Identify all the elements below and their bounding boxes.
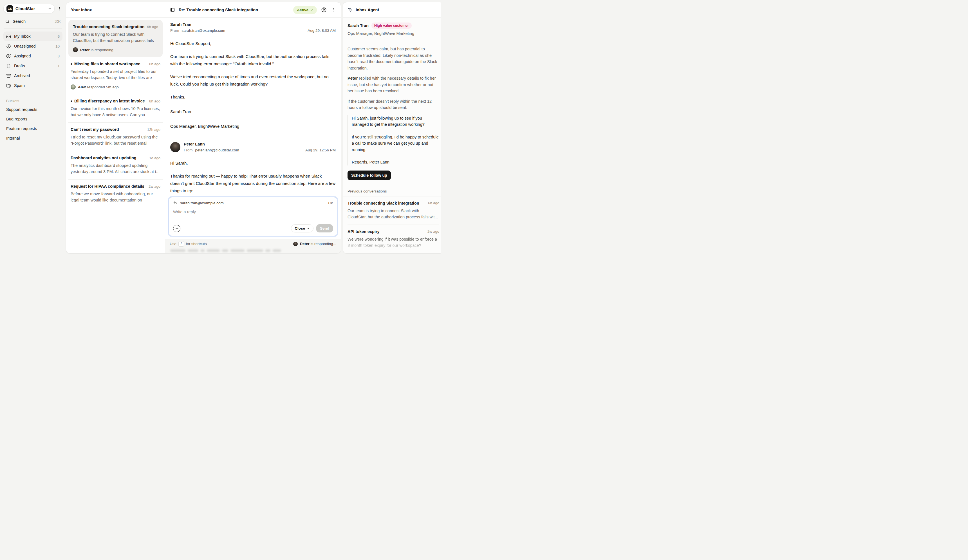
- sidebar-item-drafts[interactable]: Drafts 1: [3, 61, 63, 71]
- conversation-preview: I tried to reset my CloudStar password u…: [71, 134, 161, 146]
- from-label: From: [184, 148, 193, 152]
- previous-conversation-item[interactable]: Trouble connecting Slack integration 6h …: [343, 196, 441, 225]
- sidebar-item-my-inbox[interactable]: My Inbox 6: [3, 31, 63, 41]
- reply-composer[interactable]: sarah.tran@example.com Cc Write a reply.…: [169, 197, 337, 236]
- status-label: Active: [297, 8, 308, 12]
- conversation-title: Trouble connecting Slack integration: [73, 25, 145, 29]
- suggested-paragraph: Hi Sarah, just following up to see if yo…: [352, 115, 439, 128]
- suggested-follow-up: Hi Sarah, just following up to see if yo…: [348, 115, 439, 166]
- sidebar-item-label: Assigned: [14, 54, 31, 58]
- thread-title: Re: Trouble connecting Slack integration: [179, 8, 258, 12]
- sidebar-item-internal[interactable]: Internal: [3, 133, 63, 143]
- conversation-time: 6h ago: [149, 62, 161, 66]
- thread-menu-button[interactable]: [331, 7, 336, 13]
- sidebar-item-unassigned[interactable]: Unassigned 10: [3, 41, 63, 51]
- thread-scroll[interactable]: Sarah Tran From sarah.tran@example.com A…: [165, 18, 341, 194]
- responding-status: Peter is responding...: [300, 242, 336, 246]
- sidebar-item-assigned[interactable]: Assigned 3: [3, 51, 63, 61]
- list-item[interactable]: Request for HIPAA compliance details 2w …: [68, 179, 162, 208]
- sidebar-divider: [4, 28, 62, 29]
- status-dropdown[interactable]: Active: [293, 6, 317, 14]
- thread-header: Re: Trouble connecting Slack integration…: [165, 2, 341, 18]
- avatar: [73, 47, 78, 52]
- conversation-title: Missing files in shared workspace: [74, 61, 147, 66]
- sidebar-item-spam[interactable]: Spam: [3, 81, 63, 90]
- customer-name: Sarah Tran: [348, 23, 369, 28]
- agent-summary: Customer seems calm, but has potential t…: [343, 41, 441, 111]
- sidebar-item-bug-reports[interactable]: Bug reports: [3, 114, 63, 124]
- archive-icon: [6, 73, 11, 78]
- send-button[interactable]: Send: [316, 224, 333, 232]
- previous-conversation-item[interactable]: API token expiry 2w ago We were wonderin…: [343, 225, 441, 253]
- attach-button[interactable]: [173, 225, 181, 232]
- shortcut-hint-rest: for shortcuts: [186, 242, 207, 246]
- sidebar-item-label: Drafts: [14, 64, 25, 68]
- suggested-paragraph: If you’re still struggling, I’d be happy…: [352, 134, 439, 153]
- search-input[interactable]: Search ⌘K: [3, 19, 63, 24]
- thread-panel: Re: Trouble connecting Slack integration…: [165, 2, 341, 253]
- person-circle-icon: [321, 7, 327, 13]
- agent-panel-title: Inbox Agent: [356, 8, 379, 12]
- conversation-title: Request for HIPAA compliance details: [71, 184, 146, 189]
- shortcut-hint-use: Use: [170, 242, 176, 246]
- inbox-panel: Your Inbox Trouble connecting Slack inte…: [66, 2, 341, 253]
- toggle-sidebar-button[interactable]: [169, 7, 176, 13]
- sender-email: peter.lann@cloudstar.com: [195, 148, 239, 152]
- sidebar-item-feature-requests[interactable]: Feature requests: [3, 124, 63, 133]
- assignee-button[interactable]: [320, 7, 327, 13]
- conversation-time: 2w ago: [428, 229, 439, 234]
- schedule-follow-up-button[interactable]: Schedule follow up: [348, 171, 391, 180]
- close-dropdown-button[interactable]: Close: [291, 224, 313, 232]
- list-item[interactable]: Missing files in shared workspace 6h ago…: [68, 57, 162, 94]
- close-label: Close: [295, 226, 305, 230]
- chevron-down-icon: [307, 227, 310, 230]
- email-message: Sarah Tran From sarah.tran@example.com A…: [170, 18, 336, 130]
- customer-info: Sarah Tran High value customer Ops Manag…: [343, 18, 441, 41]
- conversation-preview: Our team is trying to connect Slack with…: [73, 31, 158, 44]
- sidebar-nav: My Inbox 6 Unassigned 10 Assigned 3: [3, 31, 63, 90]
- sidebar-item-archived[interactable]: Archived: [3, 71, 63, 81]
- chevron-down-icon: [48, 7, 51, 10]
- sidebar-item-support-requests[interactable]: Support requests: [3, 105, 63, 114]
- sidebar-item-label: Archived: [14, 73, 30, 78]
- thread-footer: Use / for shortcuts Peter is responding.…: [165, 239, 341, 253]
- list-item[interactable]: Dashboard analytics not updating 1d ago …: [68, 151, 162, 179]
- conversation-title: Trouble connecting Slack integration: [348, 201, 426, 205]
- message-signature: Ops Manager, BrightWave Marketing: [170, 123, 336, 130]
- summary-paragraph: Customer seems calm, but has potential t…: [348, 46, 439, 71]
- message-date: Aug 29, 8:03 AM: [308, 28, 336, 33]
- reply-input[interactable]: Write a reply...: [173, 210, 333, 214]
- inbox-icon: [6, 34, 11, 39]
- list-item[interactable]: Billing discrepancy on latest invoice 8h…: [68, 94, 162, 123]
- sidebar-menu-button[interactable]: [57, 6, 63, 12]
- sender-name: Peter Lann: [184, 142, 336, 146]
- person-check-icon: [6, 54, 11, 58]
- customer-role: Ops Manager, BrightWave Marketing: [348, 31, 439, 36]
- kebab-menu-icon: [57, 7, 62, 11]
- conversation-title: API token expiry: [348, 229, 425, 234]
- conversation-preview: Our team is trying to connect Slack with…: [348, 208, 439, 220]
- conversation-title: Can’t reset my password: [71, 127, 145, 132]
- list-item[interactable]: Trouble connecting Slack integration 6h …: [68, 20, 162, 57]
- search-icon: [5, 19, 10, 24]
- conversation-title: Dashboard analytics not updating: [71, 156, 147, 160]
- sidebar-item-count: 3: [57, 54, 60, 58]
- unread-dot: [71, 101, 72, 102]
- sidebar-item-label: My Inbox: [14, 34, 31, 38]
- reply-arrow-icon: [173, 201, 177, 205]
- conversation-list-scroll[interactable]: Trouble connecting Slack integration 6h …: [66, 18, 165, 253]
- customer-badge: High value customer: [371, 23, 412, 29]
- search-shortcut: ⌘K: [54, 20, 61, 24]
- conversation-preview: We were wondering if it was possible to …: [348, 236, 439, 249]
- file-icon: [6, 64, 11, 68]
- workspace-switcher[interactable]: CS CloudStar: [3, 4, 55, 13]
- list-item[interactable]: Can’t reset my password 12h ago I tried …: [68, 123, 162, 151]
- cc-button[interactable]: Cc: [328, 201, 333, 205]
- conversation-time: 6h ago: [428, 201, 439, 205]
- sidebar-item-label: Spam: [14, 83, 25, 88]
- list-title: Your Inbox: [66, 2, 165, 18]
- app-window: CS CloudStar Search ⌘K: [0, 0, 441, 255]
- conversation-time: 1d ago: [149, 156, 161, 160]
- workspace-logo: CS: [7, 5, 13, 12]
- conversation-time: 2w ago: [149, 184, 161, 189]
